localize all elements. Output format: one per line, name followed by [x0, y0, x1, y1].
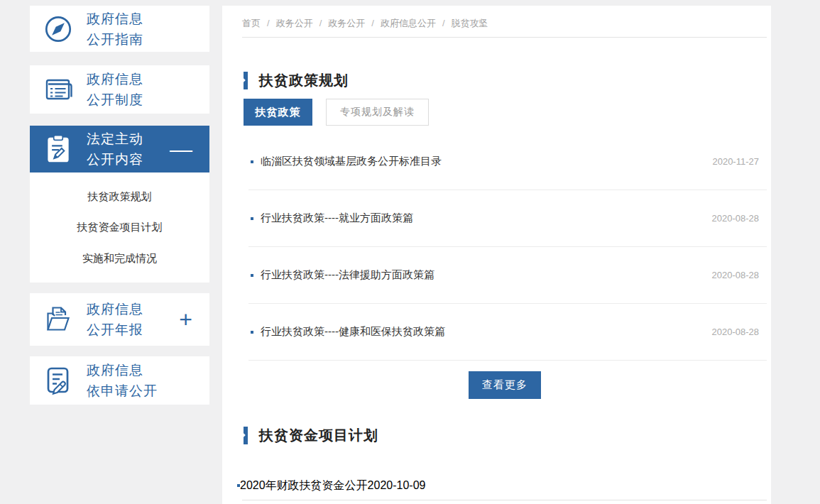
- breadcrumb: 首页/政务公开/政务公开/政府信息公开/脱贫攻坚: [242, 17, 488, 30]
- breadcrumb-separator: /: [442, 18, 445, 28]
- folder-icon: [30, 303, 87, 336]
- title-marker: [244, 72, 248, 89]
- sidebar-item-label: 政府信息公开指南: [87, 9, 143, 50]
- document-list: 临淄区扶贫领域基层政务公开标准目录 2020-11-27 行业扶贫政策----就…: [248, 133, 767, 361]
- list-item: 行业扶贫政策----法律援助方面政策篇 2020-08-28: [248, 247, 767, 304]
- title-marker: [244, 427, 248, 444]
- breadcrumb-zwgk-2[interactable]: 政务公开: [328, 18, 365, 28]
- document-link[interactable]: 行业扶贫政策----健康和医保扶贫政策篇: [261, 325, 712, 339]
- submenu-item-implementation[interactable]: 实施和完成情况: [82, 252, 157, 265]
- bullet-icon: [251, 331, 253, 334]
- sidebar-item-annual-report[interactable]: 政府信息公开年报 +: [30, 293, 209, 346]
- document-date: 2020-10-09: [368, 479, 426, 492]
- list-item: 2020年财政扶贫资金公开 2020-10-09: [235, 466, 767, 504]
- main-panel: 首页/政务公开/政务公开/政府信息公开/脱贫攻坚 扶贫政策规划 扶贫政策 专项规…: [222, 6, 771, 504]
- bullet-icon: [251, 217, 253, 220]
- section-title: 扶贫资金项目计划: [259, 426, 378, 445]
- breadcrumb-separator: /: [371, 18, 374, 28]
- compass-icon: [30, 13, 87, 45]
- sidebar-item-label: 政府信息公开制度: [87, 69, 143, 110]
- breadcrumb-current: 脱贫攻坚: [452, 18, 488, 28]
- document-link[interactable]: 临淄区扶贫领域基层政务公开标准目录: [261, 155, 712, 168]
- document-link[interactable]: 行业扶贫政策----法律援助方面政策篇: [261, 268, 712, 282]
- document-date: 2020-08-28: [712, 270, 760, 280]
- sidebar-item-statutory-disclosure[interactable]: 法定主动公开内容 —: [30, 126, 209, 172]
- sidebar-item-label: 政府信息公开年报: [87, 299, 143, 340]
- sidebar-item-label: 法定主动公开内容: [87, 128, 143, 170]
- view-more-button[interactable]: 查看更多: [469, 371, 541, 399]
- page-title: 扶贫政策规划: [259, 71, 349, 90]
- sidebar-item-disclosure-on-request[interactable]: 政府信息依申请公开: [30, 356, 209, 405]
- sidebar-item-gov-info-system[interactable]: 政府信息公开制度: [30, 65, 209, 114]
- list-item: 行业扶贫政策----就业方面政策篇 2020-08-28: [248, 190, 767, 247]
- document-date: 2020-11-27: [712, 156, 759, 167]
- list-item: 临淄区扶贫领域基层政务公开标准目录 2020-11-27: [248, 133, 767, 190]
- tab-bar: 扶贫政策 专项规划及解读: [244, 99, 429, 126]
- document-date: 2020-08-28: [712, 213, 760, 224]
- section-title-policy-planning: 扶贫政策规划: [244, 71, 349, 90]
- submenu-item-fund-projects[interactable]: 扶贫资金项目计划: [77, 221, 163, 234]
- collapse-minus-icon[interactable]: —: [170, 138, 192, 160]
- breadcrumb-zwgk-1[interactable]: 政务公开: [276, 18, 313, 28]
- tab-poverty-policy[interactable]: 扶贫政策: [244, 99, 312, 126]
- submenu-item-policy-planning[interactable]: 扶贫政策规划: [88, 190, 152, 204]
- breadcrumb-divider: [242, 37, 767, 38]
- bottom-divider: [242, 500, 767, 500]
- sidebar-submenu: 扶贫政策规划 扶贫资金项目计划 实施和完成情况: [30, 172, 209, 283]
- bullet-icon: [251, 160, 253, 163]
- section-title-fund-projects: 扶贫资金项目计划: [244, 426, 378, 445]
- clipboard-pencil-icon: [30, 133, 87, 165]
- breadcrumb-separator: /: [267, 18, 270, 28]
- breadcrumb-separator: /: [319, 18, 322, 28]
- breadcrumb-gov-info[interactable]: 政府信息公开: [381, 18, 436, 28]
- doc-pencil-icon: [30, 364, 87, 397]
- document-date: 2020-08-28: [712, 327, 760, 337]
- bullet-icon: [251, 274, 253, 277]
- ledger-icon: [30, 73, 87, 106]
- sidebar-item-label: 政府信息依申请公开: [87, 360, 158, 401]
- tab-special-planning[interactable]: 专项规划及解读: [326, 99, 429, 126]
- breadcrumb-home[interactable]: 首页: [242, 18, 261, 28]
- sidebar-item-gov-info-guide[interactable]: 政府信息公开指南: [30, 6, 209, 52]
- document-link[interactable]: 行业扶贫政策----就业方面政策篇: [261, 212, 712, 225]
- list-item: 行业扶贫政策----健康和医保扶贫政策篇 2020-08-28: [248, 304, 767, 361]
- expand-plus-icon[interactable]: +: [179, 308, 192, 331]
- document-link[interactable]: 2020年财政扶贫资金公开: [240, 478, 368, 493]
